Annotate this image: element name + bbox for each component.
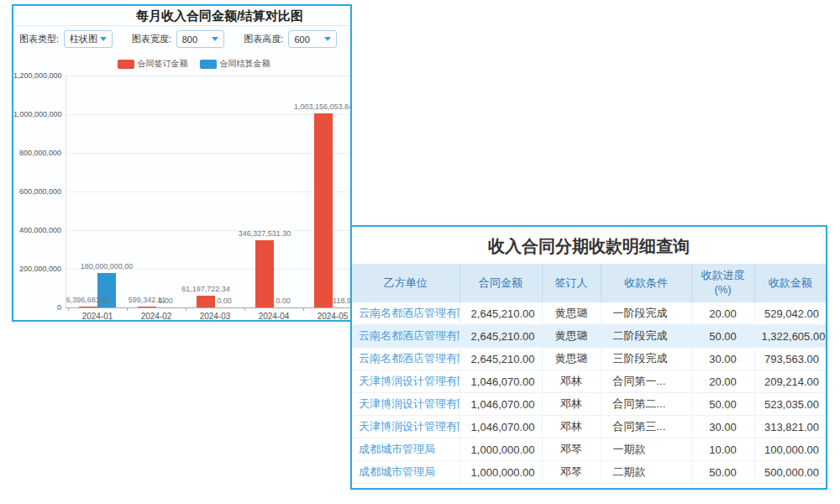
cell-payment-progress: 30.00 — [691, 416, 754, 438]
cell-party-link[interactable]: 成都城市管理局 — [352, 461, 459, 484]
table-row[interactable]: 成都城市管理局1,000,000.00邓琴一期款10.00100,000.00 — [352, 438, 826, 461]
cell-contract-amount: 1,046,070.00 — [459, 370, 542, 393]
cell-party-link[interactable]: 成都城市管理局 — [352, 438, 459, 461]
bar-value-label-signed: 61,197,722.34 — [155, 285, 256, 293]
x-axis-tick — [68, 307, 69, 311]
cell-payment-condition: 一阶段完成 — [601, 302, 691, 325]
cell-party-link[interactable]: 云南名都酒店管理有限公司 — [352, 302, 459, 325]
cell-signer: 邓琴 — [542, 438, 601, 461]
cell-payment-progress: 30.00 — [691, 348, 754, 370]
installment-table: 乙方单位 合同金额 签订人 收款条件 收款进度(%) 收款金额 云南名都酒店管理… — [352, 264, 826, 484]
cell-signer: 黄思璐 — [542, 348, 601, 370]
cell-payment-condition: 合同第二... — [601, 393, 691, 416]
cell-payment-amount: 209,214.00 — [754, 370, 826, 393]
cell-payment-progress: 10.00 — [691, 438, 754, 461]
cell-signer: 邓琴 — [542, 461, 601, 484]
col-header-condition[interactable]: 收款条件 — [601, 264, 691, 302]
bar-chart-plot: 0200,000,000400,000,000600,000,000800,00… — [13, 6, 350, 320]
table-window: 收入合同分期收款明细查询 乙方单位 合同金额 签订人 收款条件 收款进度(%) … — [350, 225, 827, 490]
gridline — [66, 153, 350, 154]
x-axis-line — [66, 307, 350, 308]
cell-signer: 黄思璐 — [542, 302, 601, 325]
col-header-payment[interactable]: 收款金额 — [754, 264, 826, 302]
bar-value-label-settled: 180,000,000.00 — [56, 262, 157, 270]
table-window-title: 收入合同分期收款明细查询 — [352, 227, 826, 264]
cell-payment-condition: 合同第三... — [601, 416, 691, 438]
cell-signer: 黄思璐 — [542, 325, 601, 348]
bar-value-label-signed: 346,327,531.30 — [214, 229, 315, 238]
cell-signer: 邓林 — [542, 370, 601, 393]
cell-payment-progress: 50.00 — [691, 325, 754, 348]
cell-payment-amount: 529,042.00 — [754, 302, 826, 325]
x-axis-category-label: 2024-05 — [303, 312, 352, 321]
bar-value-label-signed: 1,003,156,053.84 — [273, 102, 352, 111]
y-axis-tick-label: 200,000,000 — [13, 265, 61, 273]
cell-payment-progress: 20.00 — [691, 302, 754, 325]
y-axis-tick-label: 0 — [13, 303, 61, 312]
x-axis-tick — [127, 307, 128, 311]
cell-payment-condition: 二期款 — [601, 461, 691, 484]
cell-party-link[interactable]: 天津博润设计管理有限公司 — [352, 393, 459, 416]
bar-signed[interactable] — [314, 113, 333, 307]
y-axis-tick-label: 1,000,000,000 — [13, 110, 61, 118]
col-header-progress[interactable]: 收款进度(%) — [691, 264, 754, 302]
cell-payment-condition: 合同第一... — [601, 370, 691, 393]
cell-signer: 邓林 — [542, 416, 601, 438]
x-axis-tick — [244, 307, 245, 311]
x-axis-category-label: 2024-03 — [186, 312, 244, 321]
x-axis-tick — [303, 307, 304, 311]
y-axis-tick-label: 600,000,000 — [13, 187, 61, 196]
y-axis-tick-label: 800,000,000 — [13, 149, 61, 157]
table-row[interactable]: 天津博润设计管理有限公司1,046,070.00邓林合同第二...50.0052… — [352, 393, 826, 416]
y-axis-line — [66, 76, 66, 307]
table-row[interactable]: 天津博润设计管理有限公司1,046,070.00邓林合同第三...30.0031… — [352, 416, 826, 438]
cell-signer: 邓林 — [542, 393, 601, 416]
cell-party-link[interactable]: 云南名都酒店管理有限公司 — [352, 348, 459, 370]
table-row[interactable]: 成都城市管理局1,000,000.00邓琴二期款50.00500,000.00 — [352, 461, 826, 484]
cell-contract-amount: 1,046,070.00 — [459, 393, 542, 416]
bar-signed[interactable] — [79, 307, 97, 307]
bar-value-label-settled: 118,9 — [291, 297, 352, 305]
cell-payment-amount: 1,322,605.00 — [754, 325, 826, 348]
cell-contract-amount: 1,000,000.00 — [459, 438, 542, 461]
cell-contract-amount: 1,046,070.00 — [459, 416, 542, 438]
gridline — [66, 114, 350, 115]
table-row[interactable]: 天津博润设计管理有限公司1,046,070.00邓林合同第一...20.0020… — [352, 370, 826, 393]
chart-window: 每月收入合同金额/结算对比图 图表类型: 柱状图 图表宽度: 800 图表高度:… — [12, 4, 352, 322]
cell-payment-condition: 一期款 — [601, 438, 691, 461]
cell-payment-condition: 二阶段完成 — [601, 325, 691, 348]
y-axis-tick-label: 400,000,000 — [13, 226, 61, 234]
gridline — [66, 192, 350, 192]
cell-party-link[interactable]: 天津博润设计管理有限公司 — [352, 370, 459, 393]
cell-contract-amount: 2,645,210.00 — [459, 348, 542, 370]
cell-payment-progress: 50.00 — [691, 393, 754, 416]
col-header-party[interactable]: 乙方单位 — [352, 264, 459, 302]
cell-payment-amount: 313,821.00 — [754, 416, 826, 438]
cell-payment-progress: 50.00 — [691, 461, 754, 484]
col-header-amount[interactable]: 合同金额 — [459, 264, 542, 302]
x-axis-category-label: 2024-01 — [68, 312, 127, 321]
table-row[interactable]: 云南名都酒店管理有限公司2,645,210.00黄思璐一阶段完成20.00529… — [352, 302, 826, 325]
cell-party-link[interactable]: 天津博润设计管理有限公司 — [352, 416, 459, 438]
table-row[interactable]: 云南名都酒店管理有限公司2,645,210.00黄思璐三阶段完成30.00793… — [352, 348, 826, 370]
cell-payment-amount: 100,000.00 — [754, 438, 826, 461]
bar-signed[interactable] — [138, 307, 156, 307]
cell-contract-amount: 2,645,210.00 — [459, 325, 542, 348]
cell-payment-amount: 500,000.00 — [754, 461, 826, 484]
table-header-row: 乙方单位 合同金额 签订人 收款条件 收款进度(%) 收款金额 — [352, 264, 826, 302]
col-header-signer[interactable]: 签订人 — [542, 264, 601, 302]
table-row[interactable]: 云南名都酒店管理有限公司2,645,210.00黄思璐二阶段完成50.001,3… — [352, 325, 826, 348]
cell-contract-amount: 2,645,210.00 — [459, 302, 542, 325]
gridline — [66, 76, 350, 76]
cell-payment-progress: 20.00 — [691, 370, 754, 393]
cell-party-link[interactable]: 云南名都酒店管理有限公司 — [352, 325, 459, 348]
cell-contract-amount: 1,000,000.00 — [459, 461, 542, 484]
y-axis-tick-label: 1,200,000,000 — [13, 71, 61, 80]
x-axis-tick — [186, 307, 186, 311]
x-axis-category-label: 2024-04 — [244, 312, 303, 321]
cell-payment-condition: 三阶段完成 — [601, 348, 691, 370]
cell-payment-amount: 523,035.00 — [754, 393, 826, 416]
cell-payment-amount: 793,563.00 — [754, 348, 826, 370]
x-axis-category-label: 2024-02 — [127, 312, 186, 321]
